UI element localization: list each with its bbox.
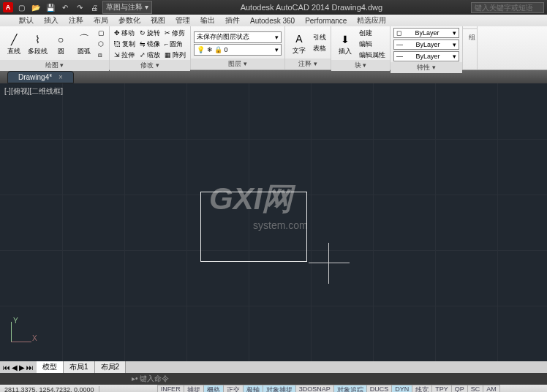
edit-attr-button[interactable]: 编辑属性: [358, 50, 387, 60]
rotate-button[interactable]: ↻ 旋转: [138, 28, 162, 38]
panel-group-title: 组: [463, 28, 477, 29]
layer-state-dropdown[interactable]: 未保存的图层状态▾: [194, 31, 282, 43]
circle-label: 圆: [58, 47, 64, 56]
tab-annotate[interactable]: 注释: [64, 15, 88, 26]
drawn-rectangle[interactable]: [200, 192, 307, 262]
status-snap[interactable]: 捕捉: [184, 385, 204, 393]
status-toggles: INFER 捕捉 栅格 正交 极轴 对象捕捉 3DOSNAP 对象追踪 DUCS…: [158, 385, 500, 393]
status-3dosnap[interactable]: 3DOSNAP: [295, 385, 334, 393]
chevron-down-icon: ▾: [453, 29, 456, 37]
nav-next-icon[interactable]: ▶: [19, 363, 25, 372]
tab-plugins[interactable]: 插件: [221, 15, 244, 26]
panel-properties-title: 特性 ▾: [391, 62, 462, 73]
panel-group: 组: [463, 26, 478, 69]
color-dropdown[interactable]: ◻ ByLayer ▾: [393, 28, 459, 38]
tab-performance[interactable]: Performance: [301, 17, 351, 25]
layout1-tab[interactable]: 布局1: [64, 361, 95, 373]
status-am[interactable]: AM: [483, 385, 500, 393]
draw-tool-3[interactable]: ⧈: [97, 50, 106, 60]
panel-modify: ✥ 移动 ⿻ 复制 ⇲ 拉伸 ↻ 旋转 ⇋ 镜像 ⤢ 缩放 ✂ 修剪 ⌐ 圆角 …: [110, 26, 191, 69]
qat-open-icon[interactable]: 📂: [29, 1, 42, 13]
panel-draw: ╱直线 ⌇多段线 ○圆 ⌒圆弧 ▢ ⬡ ⧈ 绘图 ▾: [0, 26, 110, 69]
draw-tool-1[interactable]: ▢: [97, 28, 106, 38]
qat-save-icon[interactable]: 💾: [44, 1, 57, 13]
tab-view[interactable]: 视图: [146, 15, 170, 26]
tab-default[interactable]: 默认: [15, 15, 38, 26]
panel-block-title: 块 ▾: [331, 60, 390, 71]
layer-dropdown[interactable]: 💡 ❄ 🔒 0▾: [194, 44, 282, 56]
qat-print-icon[interactable]: 🖨: [88, 1, 101, 13]
status-polar[interactable]: 极轴: [243, 385, 263, 393]
panel-draw-title: 绘图 ▾: [0, 60, 109, 71]
tab-parametric[interactable]: 参数化: [114, 15, 145, 26]
move-button[interactable]: ✥ 移动: [113, 28, 137, 38]
file-tab[interactable]: Drawing4* ×: [7, 71, 74, 83]
status-sc[interactable]: SC: [467, 385, 484, 393]
status-bar: 2811.3375, 1254.7232, 0.0000 INFER 捕捉 栅格…: [0, 385, 547, 392]
text-icon: A: [292, 31, 306, 46]
status-ducs[interactable]: DUCS: [366, 385, 393, 393]
status-osnap[interactable]: 对象捕捉: [263, 385, 296, 393]
qat-new-icon[interactable]: ▢: [15, 1, 28, 13]
status-grid[interactable]: 栅格: [203, 385, 224, 393]
draw-tool-2[interactable]: ⬡: [97, 39, 106, 49]
leader-button[interactable]: 引线: [312, 33, 328, 43]
table-button[interactable]: 表格: [312, 44, 328, 54]
nav-prev-icon[interactable]: ◀: [12, 363, 18, 372]
lineweight-dropdown[interactable]: — ByLayer ▾: [393, 39, 459, 50]
polyline-button[interactable]: ⌇多段线: [26, 29, 48, 59]
status-ortho[interactable]: 正交: [223, 385, 244, 393]
trim-button[interactable]: ✂ 修剪: [163, 28, 187, 38]
status-dyn[interactable]: DYN: [391, 385, 412, 393]
qat-redo-icon[interactable]: ↷: [73, 1, 86, 13]
create-block-button[interactable]: 创建: [358, 28, 387, 38]
model-tab[interactable]: 模型: [37, 361, 64, 373]
tab-insert[interactable]: 插入: [39, 15, 63, 26]
tab-a360[interactable]: Autodesk 360: [246, 17, 299, 25]
fillet-button[interactable]: ⌐ 圆角: [163, 39, 187, 49]
status-tpy[interactable]: TPY: [431, 385, 452, 393]
layout2-tab[interactable]: 布局2: [95, 361, 127, 373]
status-infer[interactable]: INFER: [157, 385, 184, 393]
chevron-down-icon: ▾: [275, 46, 279, 53]
ucs-x-axis: [11, 342, 31, 342]
nav-last-icon[interactable]: ⏭: [26, 363, 34, 372]
viewport-label[interactable]: [-][俯视][二维线框]: [4, 86, 63, 97]
app-icon[interactable]: A: [3, 2, 13, 12]
titlebar-left: A ▢ 📂 💾 ↶ ↷ 🖨 草图与注释 ▾: [0, 1, 152, 14]
tab-output[interactable]: 输出: [196, 15, 219, 26]
line-icon: ╱: [7, 32, 21, 47]
ucs-x-label: X: [32, 334, 37, 342]
layout-tabs: ⏮ ◀ ▶ ⏭ 模型 布局1 布局2: [0, 361, 547, 373]
tab-manage[interactable]: 管理: [171, 15, 195, 26]
array-button[interactable]: ▦ 阵列: [163, 50, 187, 60]
nav-first-icon[interactable]: ⏮: [3, 363, 10, 372]
scale-button[interactable]: ⤢ 缩放: [138, 50, 162, 60]
stretch-button[interactable]: ⇲ 拉伸: [113, 50, 137, 60]
linetype-dropdown[interactable]: — ByLayer ▾: [393, 51, 459, 61]
close-icon[interactable]: ×: [59, 73, 63, 81]
circle-button[interactable]: ○圆: [50, 29, 72, 59]
circle-icon: ○: [53, 32, 68, 47]
text-button[interactable]: A文字: [288, 28, 310, 59]
status-qp[interactable]: QP: [451, 385, 468, 393]
workspace-dropdown[interactable]: 草图与注释 ▾: [102, 1, 152, 14]
search-input[interactable]: [471, 2, 544, 13]
arc-button[interactable]: ⌒圆弧: [73, 29, 95, 59]
tab-featured[interactable]: 精选应用: [352, 15, 391, 26]
drawing-canvas[interactable]: [-][俯视][二维线框] GXI网 system.com Y X: [0, 83, 547, 361]
command-line[interactable]: ▸• 键入命令: [0, 373, 547, 385]
qat-undo-icon[interactable]: ↶: [59, 1, 72, 13]
mirror-button[interactable]: ⇋ 镜像: [138, 39, 162, 49]
copy-button[interactable]: ⿻ 复制: [113, 39, 137, 49]
insert-button[interactable]: ⬇插入: [334, 29, 356, 59]
tab-layout[interactable]: 布局: [89, 15, 113, 26]
status-lwt[interactable]: 线宽: [412, 385, 432, 393]
status-otrack[interactable]: 对象追踪: [333, 385, 367, 393]
panel-layers-title: 图层 ▾: [191, 59, 284, 69]
coordinates[interactable]: 2811.3375, 1254.7232, 0.0000: [0, 386, 99, 392]
polyline-icon: ⌇: [30, 32, 45, 47]
line-button[interactable]: ╱直线: [3, 29, 25, 59]
ucs-y-axis: [11, 322, 12, 342]
edit-block-button[interactable]: 编辑: [358, 39, 387, 49]
